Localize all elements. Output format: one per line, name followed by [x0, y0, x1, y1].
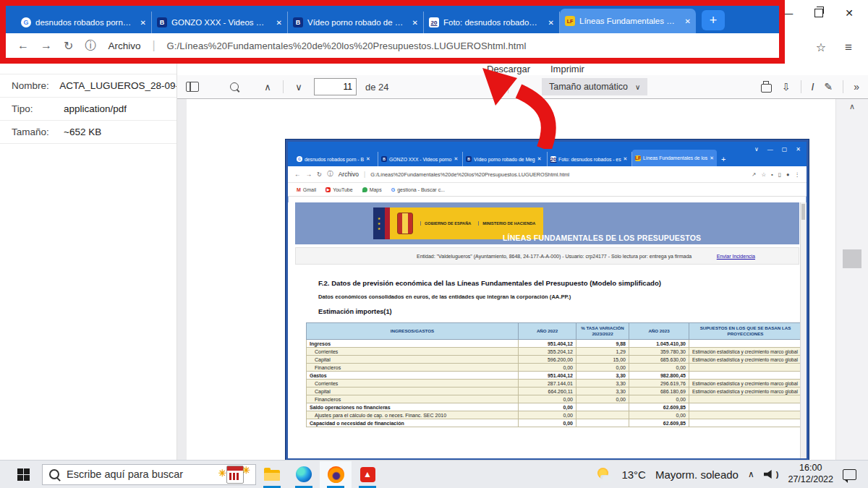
pdf-zoom-select[interactable]: Tamaño automático ∨ [542, 78, 647, 95]
maps-pin-icon [362, 187, 367, 192]
print-icon[interactable] [761, 84, 772, 93]
taskbar-search[interactable]: Escribe aquí para buscar ✳ ✳ [42, 464, 256, 485]
table-row: Saldo operaciones no financieras0,0062.6… [307, 403, 802, 411]
section-subtitle: Datos económicos consolidados en euros, … [318, 294, 807, 300]
browser-toolbar-right: ☆ ≡ [816, 40, 852, 55]
tab-3[interactable]: B Vídeo porno robado de Meg ✕ [288, 12, 424, 33]
embedded-addr-icons: ↗ ☆ ▪ ▯ ● ⋮ [752, 171, 800, 178]
tab-title: GONZO XXX - Videos porno [171, 18, 269, 27]
pdf-page-count: de 24 [365, 82, 389, 93]
screen: G desnudos robados porn - B ✕ B GONZO XX… [0, 0, 868, 488]
table-header-row: INGRESOS/GASTOS AÑO 2022 % TASA VARIACIÓ… [307, 323, 802, 340]
pdf-zoom-in-icon[interactable]: + [517, 82, 530, 93]
col-ano-2023: AÑO 2023 [629, 323, 689, 340]
notification-icon[interactable] [843, 469, 856, 480]
volume-icon[interactable]: ) [764, 470, 779, 479]
site-favicon: LF [565, 16, 575, 26]
url-scheme-label: Archivo [108, 40, 140, 51]
print-link[interactable]: Imprimir [550, 64, 584, 74]
share-icon: ↗ [752, 171, 756, 178]
youtube-icon: ▶ [326, 187, 331, 192]
draw-icon[interactable]: ✎ [824, 81, 833, 93]
file-info-panel: Nombre: ACTA_LUGUEROS_28-09-... Tipo: ap… [0, 64, 177, 461]
sparkle-icon: ✳ [242, 465, 250, 476]
taskbar-acrobat[interactable]: ▲ [352, 461, 383, 488]
tab-close-icon[interactable]: ✕ [273, 19, 282, 27]
windows-logo-icon [17, 468, 30, 481]
back-icon: ← [294, 171, 301, 178]
hamburger-menu-icon[interactable]: ≡ [845, 40, 852, 55]
pdf-scrollbar[interactable]: ∧ [835, 99, 868, 461]
start-button[interactable] [9, 468, 38, 481]
pdf-search-icon[interactable] [230, 82, 239, 91]
taskbar-edge[interactable] [288, 461, 320, 488]
file-type-value: application/pdf [64, 103, 127, 114]
weather-icon[interactable] [597, 467, 612, 482]
close-button[interactable]: ✕ [845, 7, 854, 19]
scroll-up-icon[interactable]: ∧ [836, 99, 868, 111]
tab-close-icon: ✕ [624, 156, 628, 162]
chevron-down-icon: ∨ [754, 146, 759, 153]
weather-temp[interactable]: 13°C [621, 468, 646, 481]
time: 16:00 [788, 463, 833, 474]
tab-close-icon[interactable]: ✕ [409, 19, 418, 27]
file-type-label: Tipo: [12, 103, 64, 114]
url-text[interactable]: G:/Líneas%20Fundamentales%20de%20los%20P… [167, 40, 527, 51]
chevron-down-icon: ∨ [635, 83, 640, 91]
bookmark-star-icon: ☆ [761, 171, 766, 178]
tab-close-icon[interactable]: ✕ [137, 19, 146, 27]
embedded-tab-5-active: LF Líneas Fundamentales de los ✕ [632, 150, 717, 166]
col-supuestos: SUPUESTOS EN LOS QUE SE BASAN LAS PROYEC… [689, 323, 802, 340]
tab-title: Líneas Fundamentales de los [579, 17, 678, 25]
embedded-tab-bar: G desnudos robados porn - B ✕ B GONZO XX… [288, 142, 807, 166]
minimize-button[interactable]: — [783, 7, 793, 19]
tab-close-icon[interactable]: ✕ [682, 17, 691, 25]
tab-2[interactable]: B GONZO XXX - Videos porno ✕ [152, 12, 288, 33]
taskbar: Escribe aquí para buscar ✳ ✳ ▲ 13°C Mayo… [0, 460, 868, 488]
table-row: Corrientes287.144,013,30296.619,76Estima… [307, 380, 802, 388]
google-favicon: G [297, 156, 302, 162]
pdf-zoom-out-icon[interactable]: − [486, 82, 499, 93]
restore-button[interactable] [814, 9, 823, 17]
page-action-links: Descargar Imprimir [487, 64, 584, 74]
clock[interactable]: 16:00 27/12/2022 [788, 463, 833, 485]
scrollbar-thumb[interactable] [843, 249, 861, 268]
tab-title: Vídeo porno robado de Meg [474, 157, 535, 162]
download-icon[interactable]: ⇩ [782, 81, 791, 93]
calendar-icon [226, 466, 244, 484]
more-tools-icon[interactable]: » [854, 81, 859, 93]
pdf-next-page-icon[interactable]: ∨ [292, 82, 305, 93]
tab-5-active[interactable]: LF Líneas Fundamentales de los ✕ [560, 9, 696, 33]
section-heading: F.2. Datos de previsión económica del la… [318, 279, 807, 287]
new-tab-button[interactable]: + [702, 10, 725, 30]
taskbar-firefox[interactable] [320, 461, 352, 488]
table-row: Gastos951.404,123,30982.800,45 [307, 372, 802, 380]
download-link[interactable]: Descargar [487, 64, 530, 74]
embedded-tab-1: G desnudos robados porn - B ✕ [294, 152, 378, 166]
pdf-page-input[interactable] [314, 78, 357, 95]
info-icon[interactable]: ⓘ [85, 38, 96, 53]
weather-desc[interactable]: Mayorm. soleado [655, 468, 739, 481]
embedded-tab-2: B GONZO XXX - Videos porno ✕ [378, 152, 463, 166]
embedded-scrollbar [800, 202, 807, 461]
reload-icon[interactable]: ↻ [64, 39, 73, 53]
search-highlight-calendar[interactable]: ✳ ✳ [220, 465, 249, 484]
forward-icon[interactable]: → [41, 39, 52, 52]
tray-chevron-icon[interactable]: ∧ [748, 469, 754, 479]
embedded-screenshot: G desnudos robados porn - B ✕ B GONZO XX… [286, 140, 809, 461]
tab-4[interactable]: 20 Foto: desnudos robados - es ✕ [424, 12, 560, 33]
col-ingresos-gastos: INGRESOS/GASTOS [307, 323, 519, 340]
file-size-value: ~652 KB [64, 127, 101, 137]
site-favicon: B [381, 156, 387, 162]
text-selection-icon[interactable]: I [812, 81, 814, 93]
back-icon[interactable]: ← [17, 39, 29, 52]
bookmark-star-icon[interactable]: ☆ [816, 40, 826, 55]
tab-1[interactable]: G desnudos robados porn - B ✕ [16, 12, 152, 33]
pdf-sidebar-toggle-icon[interactable] [186, 82, 199, 92]
tab-close-icon[interactable]: ✕ [545, 19, 554, 27]
acrobat-icon: ▲ [360, 467, 375, 482]
file-name-row: Nombre: ACTA_LUGUEROS_28-09-... [0, 74, 176, 98]
pdf-prev-page-icon[interactable]: ∧ [261, 82, 274, 93]
taskbar-file-explorer[interactable] [256, 461, 288, 488]
table-row: Capacidad o necesidad de financiación0,0… [307, 419, 802, 427]
